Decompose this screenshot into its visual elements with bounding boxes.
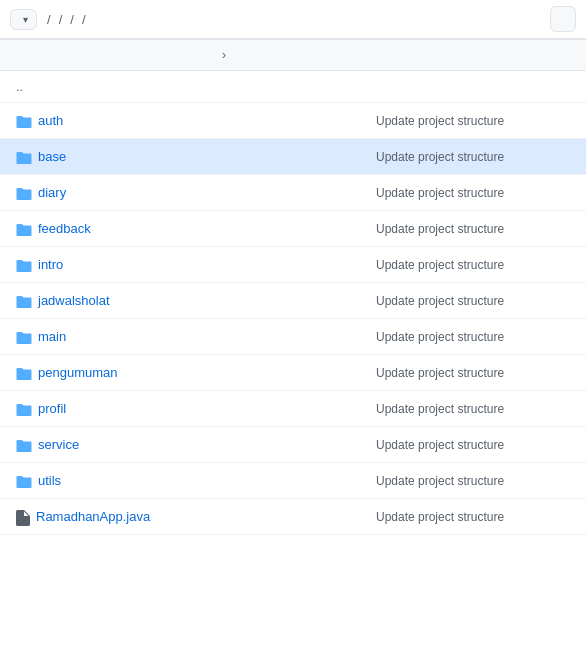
item-link[interactable]: intro (38, 257, 63, 272)
folder-icon (16, 367, 32, 379)
commit-message: Update project structure (376, 114, 570, 128)
item-link[interactable]: profil (38, 401, 66, 416)
commit-message: Update project structure (376, 150, 570, 164)
col-last-commit-header: › (216, 48, 570, 62)
folder-icon (16, 187, 32, 199)
item-link[interactable]: pengumuman (38, 365, 118, 380)
branch-selector[interactable]: ▾ (10, 9, 37, 30)
list-item[interactable]: auth Update project structure (0, 103, 586, 139)
file-name-col: feedback (16, 221, 376, 236)
commit-message: Update project structure (376, 294, 570, 308)
item-link[interactable]: utils (38, 473, 61, 488)
file-name-col: auth (16, 113, 376, 128)
list-item[interactable]: profil Update project structure (0, 391, 586, 427)
file-name-col: diary (16, 185, 376, 200)
breadcrumb-sep-2: / (59, 12, 63, 27)
commit-message: Update project structure (376, 474, 570, 488)
item-link[interactable]: RamadhanApp.java (36, 509, 150, 524)
chevron-down-icon: ▾ (23, 14, 28, 25)
breadcrumb-sep-3: / (70, 12, 74, 27)
breadcrumb-sep-1: / (47, 12, 51, 27)
file-name-col: base (16, 149, 376, 164)
dotdot-label: .. (16, 79, 23, 94)
folder-icon (16, 331, 32, 343)
commit-message: Update project structure (376, 258, 570, 272)
folder-icon (16, 115, 32, 127)
commit-message: Update project structure (376, 186, 570, 200)
item-link[interactable]: base (38, 149, 66, 164)
folder-icon (16, 475, 32, 487)
file-name-col: RamadhanApp.java (16, 509, 376, 524)
file-name-col: profil (16, 401, 376, 416)
file-name-col: main (16, 329, 376, 344)
item-link[interactable]: diary (38, 185, 66, 200)
list-item[interactable]: pengumuman Update project structure (0, 355, 586, 391)
folder-icon (16, 439, 32, 451)
file-name-col: intro (16, 257, 376, 272)
folder-icon (16, 223, 32, 235)
list-item[interactable]: utils Update project structure (0, 463, 586, 499)
file-name-col: jadwalsholat (16, 293, 376, 308)
breadcrumb: / / / / (43, 12, 86, 27)
commit-message: Update project structure (376, 402, 570, 416)
commit-message: Update project structure (376, 330, 570, 344)
breadcrumb-sep-4: / (82, 12, 86, 27)
folder-icon (16, 259, 32, 271)
item-link[interactable]: auth (38, 113, 63, 128)
item-link[interactable]: main (38, 329, 66, 344)
folder-icon (16, 403, 32, 415)
add-file-button[interactable] (550, 6, 576, 32)
list-item[interactable]: base Update project structure (0, 139, 586, 175)
item-link[interactable]: jadwalsholat (38, 293, 110, 308)
commit-message: Update project structure (376, 366, 570, 380)
file-table: .. auth Update project structure base Up… (0, 71, 586, 535)
list-item[interactable]: jadwalsholat Update project structure (0, 283, 586, 319)
folder-icon (16, 295, 32, 307)
commit-message: Update project structure (376, 222, 570, 236)
table-header: › (0, 39, 586, 71)
file-name-col: pengumuman (16, 365, 376, 380)
item-link[interactable]: service (38, 437, 79, 452)
list-item[interactable]: service Update project structure (0, 427, 586, 463)
list-item[interactable]: diary Update project structure (0, 175, 586, 211)
file-name-col: service (16, 437, 376, 452)
file-name-col: utils (16, 473, 376, 488)
list-item[interactable]: feedback Update project structure (0, 211, 586, 247)
parent-directory-row[interactable]: .. (0, 71, 586, 103)
list-item[interactable]: intro Update project structure (0, 247, 586, 283)
list-item[interactable]: main Update project structure (0, 319, 586, 355)
commit-message: Update project structure (376, 438, 570, 452)
item-link[interactable]: feedback (38, 221, 91, 236)
folder-icon (16, 151, 32, 163)
list-item[interactable]: RamadhanApp.java Update project structur… (0, 499, 586, 535)
top-bar: ▾ / / / / (0, 0, 586, 39)
file-icon (16, 510, 30, 524)
commit-message: Update project structure (376, 510, 570, 524)
